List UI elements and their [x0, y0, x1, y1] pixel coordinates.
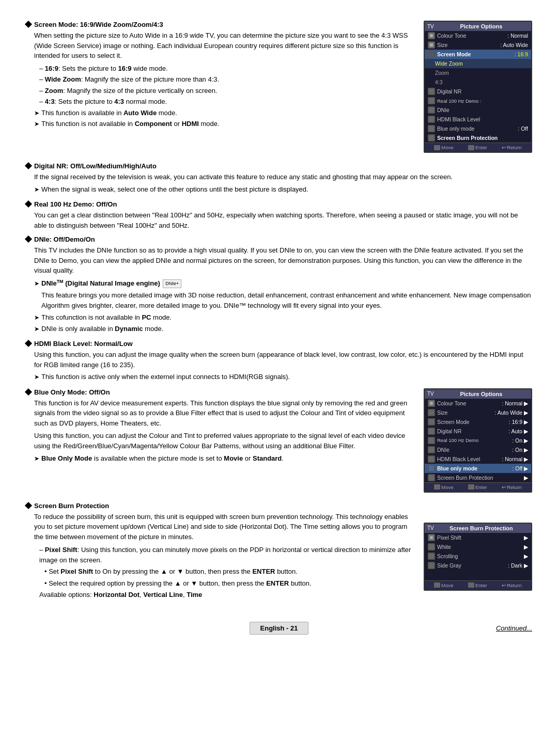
svg-rect-6	[429, 98, 434, 103]
english-badge: English - 21	[250, 622, 309, 635]
tv-title-bar-1: TV Picture Options	[425, 22, 531, 31]
arrow-blueonly: ➤ Blue Only Mode is available when the p…	[34, 453, 413, 464]
section-real100hz: Real 100 Hz Demo: Off/On You can get a c…	[26, 200, 532, 230]
body-hdmi-black: Using this function, you can adjust the …	[26, 350, 532, 382]
tv-item-colourtone: Colour Tone : Normal	[425, 31, 531, 40]
tv-icon-real	[428, 97, 435, 104]
tv-footer-return-1: ↩ Return	[502, 145, 522, 150]
body-screen-burn: To reduce the possibility of screen burn…	[26, 512, 413, 600]
tv-footer-return-3: ↩ Return	[502, 582, 522, 588]
svg-rect-19	[429, 466, 434, 471]
tv-box-1: TV Picture Options Colour Tone : Normal …	[424, 21, 532, 153]
tv-item-dnie: DNIe	[425, 105, 531, 115]
tv3-spacer	[425, 570, 531, 580]
tv2-icon-hdmi	[428, 455, 435, 463]
tv2-icon-dnie	[428, 446, 435, 453]
svg-rect-24	[429, 554, 434, 559]
tv-icon-burn1	[428, 134, 435, 141]
tv-box-3: TV Screen Burn Protection Pixel Shift ▶ …	[424, 523, 532, 591]
heading-real100hz: Real 100 Hz Demo: Off/On	[26, 200, 532, 208]
svg-rect-14	[429, 419, 434, 424]
body-real100hz: You can get a clear distinction between …	[26, 210, 532, 230]
dnie-sub-heading: DNIeTM (Digital Natural Image engine) DN…	[41, 278, 181, 289]
svg-rect-10	[429, 135, 434, 140]
tv-title-bar-3: TV Screen Burn Protection	[425, 524, 531, 533]
tv3-icon-pixel	[428, 534, 435, 541]
tv3-pixelshift: Pixel Shift ▶	[425, 533, 531, 542]
diamond-icon-3	[25, 200, 32, 208]
svg-rect-3	[430, 43, 433, 46]
svg-rect-15	[429, 429, 434, 434]
tv-icon-dnr	[428, 88, 435, 95]
svg-rect-8	[429, 117, 434, 122]
bullet-available-options: Available options: Horizontal Dot, Verti…	[39, 590, 413, 600]
enter-icon-1	[468, 145, 474, 150]
footer-spacer-right: Continued...	[308, 624, 532, 632]
section-screen-mode: Screen Mode: 16:9/Wide Zoom/Zoom/4:3 Whe…	[26, 21, 532, 157]
section-blue-only: Blue Only Mode: Off/On This function is …	[26, 388, 532, 497]
tv2-icon-screen	[428, 418, 435, 426]
arrow-hdmi: ➤ This function is active only when the …	[34, 372, 532, 382]
dnie-sub-heading-row: ➤ DNIeTM (Digital Natural Image engine) …	[34, 278, 532, 289]
tv-label-1: TV	[427, 24, 434, 29]
tv3-icon-scroll	[428, 553, 435, 560]
tv-box-2: TV Picture Options Colour Tone : Normal …	[424, 388, 532, 493]
svg-rect-4	[429, 52, 434, 57]
tv3-icon-white	[428, 543, 435, 550]
svg-point-12	[430, 402, 433, 405]
heading-hdmi-black: HDMI Black Level: Normal/Low	[26, 340, 532, 348]
tv-options-title-1: Picture Options	[460, 23, 502, 29]
tv-footer-2: Move Enter ↩ Return	[425, 482, 531, 492]
bullet-169: – 16:9: Sets the picture to 16:9 wide mo…	[39, 64, 413, 74]
bullet-pixelshift-set: • Set Pixel Shift to On by pressing the …	[44, 566, 413, 577]
bullet-zoom: – Zoom: Magnify the size of the picture …	[39, 86, 413, 96]
heading-blue-only: Blue Only Mode: Off/On	[26, 388, 413, 396]
tv3-icon-gray	[428, 562, 435, 569]
tv-footer-enter-3: Enter	[468, 582, 487, 588]
section-hdmi-black: HDMI Black Level: Normal/Low Using this …	[26, 340, 532, 383]
tv-item-digitalnr: Digital NR	[425, 87, 531, 96]
svg-rect-13	[429, 410, 434, 415]
tv-item-hdmiblack: HDMI Black Level	[425, 115, 531, 124]
tv-item-43: 4:3	[425, 77, 531, 87]
tv2-icon-burn	[428, 474, 435, 481]
arrow-icon: ➤	[34, 108, 39, 118]
diamond-icon-6	[25, 388, 32, 396]
section-screen-burn: Screen Burn Protection To reduce the pos…	[26, 502, 532, 601]
tv-icon-hdmi	[428, 116, 435, 123]
section-screen-mode-text: Screen Mode: 16:9/Wide Zoom/Zoom/4:3 Whe…	[26, 21, 413, 130]
tv2-icon-size	[428, 409, 435, 416]
dnie-badge: DNIe+	[163, 279, 181, 289]
tv-item-zoom: Zoom	[425, 68, 531, 77]
heading-screen-burn: Screen Burn Protection	[26, 502, 413, 510]
bullet-pixelshift: – Pixel Shift: Using this function, you …	[39, 545, 413, 565]
tv2-hdmiblack: HDMI Black Level : Normal ▶	[425, 454, 531, 464]
diamond-icon-4	[25, 235, 32, 243]
tv3-sidegray: Side Gray : Dark ▶	[425, 561, 531, 570]
arrow-icon-3: ➤	[34, 185, 39, 194]
svg-rect-7	[429, 107, 434, 113]
tv-item-size: Size : Auto Wide	[425, 40, 531, 50]
diamond-icon	[25, 21, 32, 28]
tv-label-3: TV	[427, 525, 434, 531]
page-content: Screen Mode: 16:9/Wide Zoom/Zoom/4:3 Whe…	[26, 21, 532, 635]
bullet-43: – 4:3: Sets the picture to 4:3 normal mo…	[39, 97, 413, 107]
diamond-icon-5	[25, 340, 32, 347]
svg-rect-23	[429, 544, 434, 549]
svg-rect-18	[429, 456, 434, 462]
tv-footer-move-2: Move	[434, 484, 453, 490]
tv-icon-pic	[428, 32, 435, 39]
move-icon-3	[434, 582, 440, 588]
tv2-blueonly: Blue only mode : Off ▶	[425, 464, 531, 473]
heading-screen-mode: Screen Mode: 16:9/Wide Zoom/Zoom/4:3	[26, 21, 413, 28]
tv2-colourtone: Colour Tone : Normal ▶	[425, 399, 531, 408]
arrow-icon-7: ➤	[34, 372, 39, 382]
arrow-nr: ➤ When the signal is weak, select one of…	[34, 184, 532, 195]
tv-item-screenburn1: Screen Burn Protection	[425, 133, 531, 143]
tv2-dnie: DNIe : On ▶	[425, 445, 531, 454]
tv-footer-1: Move Enter ↩ Return	[425, 143, 531, 152]
tv2-real100: Real 100 Hz Demo : On ▶	[425, 436, 531, 445]
diamond-icon-7	[25, 502, 32, 509]
arrow-dnie-pc: ➤ This cofunction is not available in PC…	[34, 312, 532, 323]
arrow-dnie-dynamic: ➤ DNIe is only available in Dynamic mode…	[34, 324, 532, 334]
